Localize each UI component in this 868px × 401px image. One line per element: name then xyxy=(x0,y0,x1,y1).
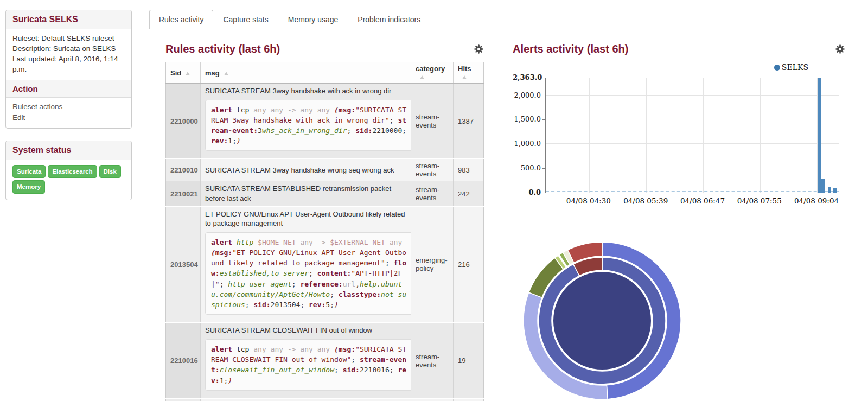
alert-bar xyxy=(828,187,831,193)
gridline xyxy=(546,143,839,144)
sidebar: Suricata SELKS Ruleset: Default SELKS ru… xyxy=(5,10,132,401)
status-badge: Disk xyxy=(99,165,121,178)
y-axis-tick xyxy=(542,144,545,144)
gridline xyxy=(546,119,839,119)
status-badge: Suricata xyxy=(12,165,46,178)
rules-settings-gear-icon[interactable] xyxy=(474,44,483,54)
tab-memory-usage[interactable]: Memory usage xyxy=(278,10,348,29)
legend-dot-icon xyxy=(774,65,780,71)
rule-title: SURICATA STREAM 3way handshake with ack … xyxy=(205,86,406,96)
rule-msg: ET POLICY GNU/Linux APT User-Agent Outbo… xyxy=(201,206,411,323)
table-row[interactable]: 2210032SURICATA STREAM FIN1 FIN with wro… xyxy=(166,398,484,401)
column-header-category[interactable]: category xyxy=(411,62,454,84)
rule-sid: 2210016 xyxy=(166,323,201,398)
rule-category: stream-events xyxy=(411,84,454,159)
ruleset-actions-link[interactable]: Ruleset actions xyxy=(12,101,125,112)
x-axis-tick-label: 04/08 05:39 xyxy=(613,196,678,205)
tab-rules-activity[interactable]: Rules activity xyxy=(149,10,213,29)
rule-category: stream-events xyxy=(411,323,454,398)
y-axis-tick-label: 1,000.0 xyxy=(513,139,541,148)
alerts-settings-gear-icon[interactable] xyxy=(835,44,845,54)
system-status-panel: System status SuricataElasticsearchDiskM… xyxy=(5,141,132,200)
table-row[interactable]: 2210021SURICATA STREAM ESTABLISHED retra… xyxy=(166,181,484,206)
tab-problem-indicators[interactable]: Problem indicators xyxy=(348,10,430,29)
x-axis-tick-label: 04/08 07:55 xyxy=(727,196,792,205)
tab-bar: Rules activity Capture stats Memory usag… xyxy=(149,10,868,29)
alerts-bar-chart: SELKS 0.0500.01,000.01,500.02,000.02,363… xyxy=(513,60,838,204)
table-row[interactable]: 2210010SURICATA STREAM 3way handshake wr… xyxy=(166,159,484,181)
dashboard-content: Rules activity (last 6h) xyxy=(149,43,868,401)
system-status-title: System status xyxy=(6,141,131,160)
y-axis-tick-label: 1,500.0 xyxy=(513,115,541,123)
rule-sid: 2210010 xyxy=(166,159,201,181)
x-axis-tick-label: 04/08 09:04 xyxy=(784,196,849,205)
page: Suricata SELKS Ruleset: Default SELKS ru… xyxy=(0,0,868,401)
sort-arrow-icon xyxy=(462,75,467,79)
edit-link[interactable]: Edit xyxy=(12,112,125,123)
gridline xyxy=(546,95,839,96)
rule-hits: 242 xyxy=(454,181,484,206)
main-area: Rules activity Capture stats Memory usag… xyxy=(149,0,868,401)
rules-table-header: Sid msg category Hits xyxy=(166,62,484,84)
rule-hits: 19 xyxy=(454,323,484,398)
action-links: Ruleset actions Edit xyxy=(6,98,131,129)
sort-arrow-icon xyxy=(186,72,190,75)
tab-capture-stats[interactable]: Capture stats xyxy=(213,10,278,29)
rule-hits: 983 xyxy=(454,159,484,181)
column-header-hits[interactable]: Hits xyxy=(454,62,484,84)
rule-msg: SURICATA STREAM 3way handshake with ack … xyxy=(201,84,411,159)
rule-sid: 2210000 xyxy=(166,84,201,159)
chart-plot-area xyxy=(545,78,839,193)
rule-msg: SURICATA STREAM 3way handshake wrong seq… xyxy=(201,159,411,181)
table-row[interactable]: 2013504ET POLICY GNU/Linux APT User-Agen… xyxy=(166,206,484,323)
y-axis-tick-label: 500.0 xyxy=(513,164,541,172)
y-axis-tick xyxy=(542,193,545,193)
rule-title: SURICATA STREAM 3way handshake wrong seq… xyxy=(205,166,406,175)
rules-activity-heading: Rules activity (last 6h) xyxy=(165,43,280,55)
x-axis-tick-label: 04/08 04:30 xyxy=(556,196,621,205)
y-axis-tick xyxy=(542,96,545,96)
rule-msg: SURICATA STREAM CLOSEWAIT FIN out of win… xyxy=(201,323,411,398)
alerts-activity-heading: Alerts activity (last 6h) xyxy=(513,43,628,55)
alert-bar xyxy=(833,188,837,193)
rule-sid: 2013504 xyxy=(166,206,201,323)
gridline xyxy=(546,168,839,168)
y-axis-tick-label: 2,363.0 xyxy=(513,73,541,81)
gridline xyxy=(646,78,647,193)
status-badge: Elasticsearch xyxy=(48,165,97,178)
last-updated-line: Last updated: April 8, 2016, 1:14 p.m. xyxy=(12,54,125,74)
rule-msg: SURICATA STREAM FIN1 FIN with wrong seq xyxy=(201,398,411,401)
alert-bar xyxy=(821,179,825,193)
near-zero-series-line xyxy=(546,191,839,192)
column-header-sid[interactable]: Sid xyxy=(166,62,201,84)
donut-center xyxy=(553,271,652,370)
gridline xyxy=(760,78,761,193)
rule-title: SURICATA STREAM ESTABLISHED retransmissi… xyxy=(205,184,406,203)
rules-activity-section: Rules activity (last 6h) xyxy=(165,43,483,401)
alert-bar xyxy=(818,78,821,193)
ruleset-panel-title: Suricata SELKS xyxy=(6,10,131,29)
rule-title: ET POLICY GNU/Linux APT User-Agent Outbo… xyxy=(205,209,406,228)
ruleset-panel: Suricata SELKS Ruleset: Default SELKS ru… xyxy=(5,10,132,129)
y-axis-tick xyxy=(542,78,545,78)
rule-category: stream-events xyxy=(411,398,454,401)
rule-msg: SURICATA STREAM ESTABLISHED retransmissi… xyxy=(201,181,411,206)
rule-code: alert tcp any any -> any any (msg:"SURIC… xyxy=(205,339,413,391)
gridline xyxy=(703,78,704,193)
gridline xyxy=(589,78,590,193)
alerts-donut-chart xyxy=(518,237,845,401)
rule-sid: 2210021 xyxy=(166,181,201,206)
y-axis-tick xyxy=(542,168,545,169)
alerts-activity-section: Alerts activity (last 6h) xyxy=(513,43,845,401)
table-row[interactable]: 2210000SURICATA STREAM 3way handshake wi… xyxy=(166,84,484,159)
x-axis-tick-label: 04/08 06:47 xyxy=(670,196,735,205)
y-axis-tick xyxy=(542,119,545,120)
ruleset-line: Ruleset: Default SELKS ruleset xyxy=(12,33,125,43)
rule-code: alert tcp any any -> any any (msg:"SURIC… xyxy=(205,100,413,151)
column-header-msg[interactable]: msg xyxy=(201,62,411,84)
rule-hits: 1387 xyxy=(454,84,484,159)
ruleset-info: Ruleset: Default SELKS ruleset Descripti… xyxy=(6,29,131,80)
rules-table: Sid msg category Hits 2210000SURICATA ST… xyxy=(165,62,484,401)
table-row[interactable]: 2210016SURICATA STREAM CLOSEWAIT FIN out… xyxy=(166,323,484,398)
rule-title: SURICATA STREAM CLOSEWAIT FIN out of win… xyxy=(205,326,406,335)
